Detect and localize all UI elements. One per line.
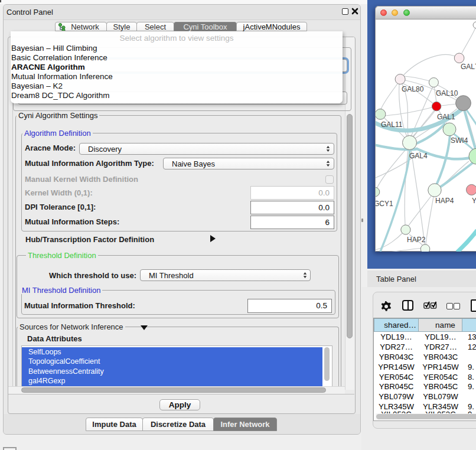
svg-text:GAL7: GAL7 bbox=[461, 63, 476, 71]
svg-text:GAL4: GAL4 bbox=[409, 152, 428, 160]
svg-text:YE: YE bbox=[472, 197, 476, 205]
svg-text:GAL80: GAL80 bbox=[402, 85, 424, 93]
svg-text:GAL1: GAL1 bbox=[437, 113, 455, 121]
svg-text:GAL10: GAL10 bbox=[436, 89, 458, 97]
svg-text:GCY1: GCY1 bbox=[376, 200, 393, 208]
svg-text:SWI4: SWI4 bbox=[451, 136, 468, 145]
svg-text:HAP4: HAP4 bbox=[435, 197, 454, 205]
svg-text:GAL11: GAL11 bbox=[381, 120, 403, 129]
svg-text:HAP2: HAP2 bbox=[407, 236, 426, 244]
